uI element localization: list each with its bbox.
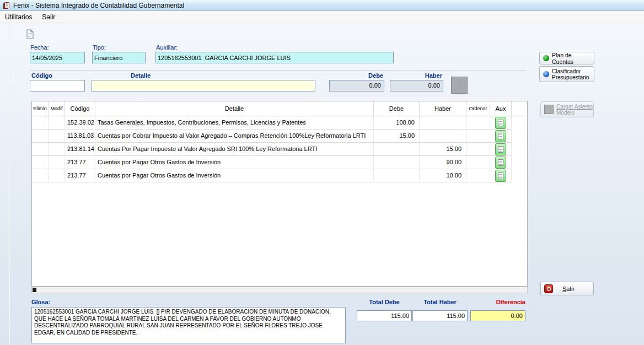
- tipo-label: Tipo:: [93, 44, 106, 51]
- haber-cell: [420, 130, 466, 143]
- detalle-cell: Tasas Generales, Impuestos, Contribucion…: [95, 116, 374, 130]
- menu-utilitarios[interactable]: Utilitarios: [0, 12, 37, 23]
- table-row[interactable]: 152.39.02 Tasas Generales, Impuestos, Co…: [32, 116, 527, 130]
- entries-table: Elimin Modif Código Detalle Debe Haber O…: [31, 101, 528, 287]
- title-bar: Fenix - Sistema Integrado de Contabilida…: [0, 0, 644, 11]
- plan-de-cuentas-button[interactable]: Plan de Cuentas: [539, 52, 594, 64]
- header-filler: [512, 101, 528, 116]
- header-codigo: Código: [65, 101, 95, 116]
- detalle-cell: Cuentas por Cobrar Impuesto al Valor Agr…: [95, 130, 374, 143]
- modif-cell: [49, 116, 65, 130]
- detalle-cell: Cuentas Por Pagar Impuesto al Valor Agre…: [95, 143, 374, 156]
- aux-button[interactable]: [495, 143, 506, 155]
- glosa-textarea[interactable]: 1205162553001 GARCIA CARCHI JORGE LUIS […: [31, 307, 346, 343]
- detalle-cell: Cuentas por Pagar Otros Gastos de Invers…: [95, 156, 374, 169]
- elimin-cell: [32, 143, 49, 156]
- table-row[interactable]: 213.81.14 Cuentas Por Pagar Impuesto al …: [32, 143, 527, 156]
- app-window: Fenix - Sistema Integrado de Contabilida…: [0, 0, 644, 345]
- total-debe-label: Total Debe: [357, 299, 412, 305]
- salir-label: Salir: [562, 285, 575, 292]
- aux-button[interactable]: [495, 170, 506, 182]
- window-title: Fenix - Sistema Integrado de Contabilida…: [13, 2, 184, 9]
- diferencia-label: Diferencia: [470, 299, 525, 305]
- cargar-asiento-modelo-button[interactable]: Cargar Asiento Modelo: [540, 101, 594, 117]
- filler-cell: [512, 116, 528, 130]
- debe-cell: [374, 156, 420, 169]
- debe-cell: [374, 169, 420, 182]
- elimin-cell: [32, 169, 49, 182]
- filler-cell: [512, 130, 528, 143]
- haber-input[interactable]: 0.00: [390, 80, 443, 91]
- header-ordenar: Ordenar: [466, 101, 490, 116]
- haber-cell: 90.00: [420, 156, 466, 169]
- glosa-label: Glosa:: [31, 299, 50, 305]
- salir-button[interactable]: Salir: [540, 282, 594, 295]
- haber-cell: [420, 116, 466, 130]
- codigo-input[interactable]: [30, 80, 85, 91]
- document-icon: [498, 159, 503, 166]
- codigo-cell: 213.81.14: [65, 143, 95, 156]
- blue-sphere-icon: [543, 71, 549, 77]
- codigo-cell: 213.77: [65, 169, 95, 182]
- aux-cell: [490, 116, 512, 130]
- aux-button[interactable]: [495, 130, 506, 142]
- entries-body: 152.39.02 Tasas Generales, Impuestos, Co…: [32, 116, 527, 182]
- table-row[interactable]: 213.77 Cuentas por Pagar Otros Gastos de…: [32, 169, 527, 182]
- debe-input[interactable]: 0.00: [329, 80, 384, 91]
- aux-button[interactable]: [495, 157, 506, 169]
- header-modif: Modif: [49, 101, 65, 116]
- debe-cell: [374, 143, 420, 156]
- ordenar-cell: [466, 143, 490, 156]
- haber-cell: 10.00: [420, 169, 466, 182]
- debe-cell: 100.00: [374, 116, 420, 130]
- document-icon: [498, 172, 503, 179]
- ordenar-cell: [466, 169, 490, 182]
- aux-cell: [490, 143, 512, 156]
- gray-square-icon: [544, 105, 554, 114]
- horizontal-scrollbar[interactable]: [31, 287, 528, 293]
- ordenar-cell: [466, 156, 490, 169]
- separator-line: [30, 70, 525, 71]
- fecha-input[interactable]: [30, 52, 85, 63]
- header-aux: Aux: [490, 101, 512, 116]
- detalle-input[interactable]: [92, 80, 315, 91]
- add-entry-button[interactable]: [451, 77, 468, 94]
- modif-cell: [49, 156, 65, 169]
- elimin-cell: [32, 156, 49, 169]
- table-row[interactable]: 113.81.03 Cuentas por Cobrar Impuesto al…: [32, 130, 527, 143]
- haber-cell: 15.00: [420, 143, 466, 156]
- debe-cell: 15.00: [374, 130, 420, 143]
- scrollbar-thumb[interactable]: [33, 288, 36, 292]
- document-icon: [498, 120, 503, 126]
- aux-button[interactable]: [495, 117, 506, 129]
- new-document-icon: [25, 29, 35, 39]
- elimin-cell: [32, 116, 49, 130]
- table-row[interactable]: 213.77 Cuentas por Pagar Otros Gastos de…: [32, 156, 527, 169]
- filler-cell: [512, 156, 528, 169]
- filler-cell: [512, 143, 528, 156]
- modif-cell: [49, 169, 65, 182]
- new-entry-button[interactable]: [23, 28, 36, 41]
- menu-salir[interactable]: Salir: [37, 12, 60, 23]
- total-haber-value: 115.00: [412, 310, 468, 321]
- clasificador-label: Clasificador Presupuestario: [552, 68, 589, 80]
- app-icon: [3, 2, 10, 9]
- tipo-input[interactable]: [92, 52, 146, 63]
- ordenar-cell: [466, 130, 490, 143]
- modif-cell: [49, 143, 65, 156]
- elimin-cell: [32, 130, 49, 143]
- detalle-cell: Cuentas por Pagar Otros Gastos de Invers…: [95, 169, 374, 182]
- document-icon: [498, 133, 503, 139]
- detalle-label: Detalle: [131, 72, 151, 79]
- power-icon: [544, 284, 553, 293]
- diferencia-value: 0.00: [470, 310, 525, 321]
- aux-cell: [490, 130, 512, 143]
- codigo-label: Código: [31, 72, 52, 79]
- auxiliar-input[interactable]: [155, 52, 394, 63]
- haber-label: Haber: [390, 72, 442, 79]
- plan-de-cuentas-label: Plan de Cuentas: [552, 52, 594, 65]
- filler-cell: [512, 169, 528, 182]
- ordenar-cell: [466, 116, 490, 130]
- clasificador-presupuestario-button[interactable]: Clasificador Presupuestario: [539, 66, 594, 82]
- cargar-asiento-label: Cargar Asiento Modelo: [556, 104, 593, 116]
